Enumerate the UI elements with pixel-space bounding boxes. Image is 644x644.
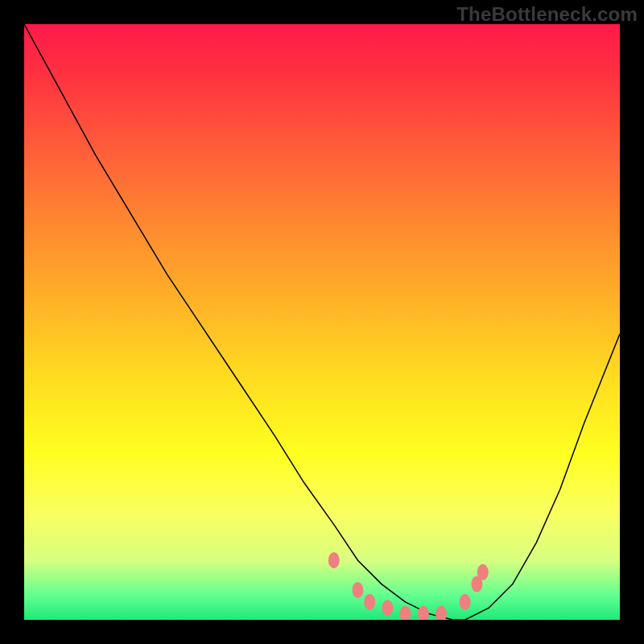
marker-dot <box>382 600 393 616</box>
chart-plot-area <box>24 24 620 620</box>
watermark-text: TheBottleneck.com <box>456 3 638 26</box>
bottleneck-curve <box>24 24 620 620</box>
marker-dot <box>460 594 471 610</box>
marker-dot <box>364 594 375 610</box>
marker-dot <box>471 576 482 592</box>
marker-dot <box>418 606 429 620</box>
threshold-markers <box>328 552 489 620</box>
marker-dot <box>436 606 447 620</box>
marker-dot <box>477 564 489 580</box>
marker-dot <box>400 606 411 620</box>
curve-layer <box>24 24 620 620</box>
marker-dot <box>328 552 340 568</box>
marker-dot <box>352 582 363 598</box>
